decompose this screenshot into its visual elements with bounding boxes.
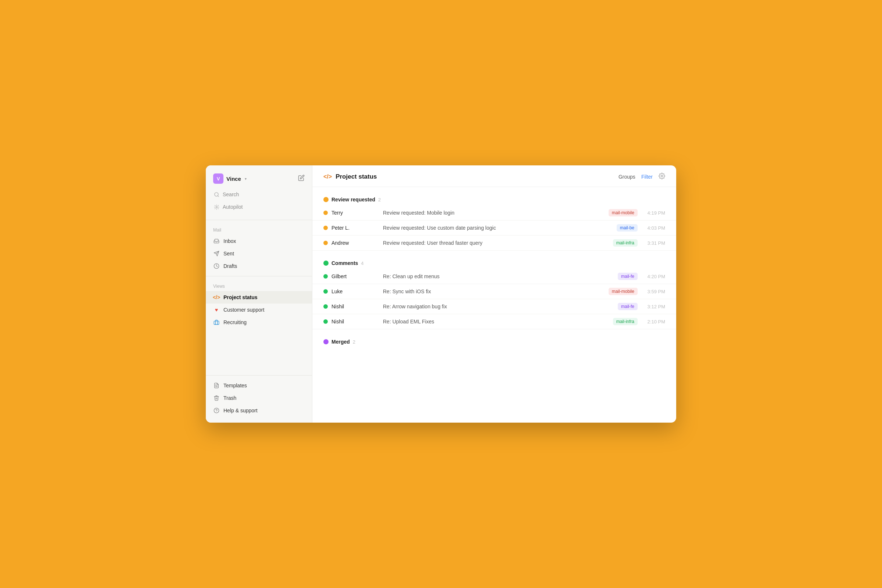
- email-subject: Re: Arrow navigation bug fix: [383, 303, 614, 309]
- email-subject: Review requested: User thread faster que…: [383, 240, 609, 246]
- email-row[interactable]: Nishil Re: Upload EML Fixes mail-infra 2…: [312, 314, 676, 329]
- sidebar-item-customer-support[interactable]: ♥ Customer support: [206, 303, 312, 316]
- autopilot-label: Autopilot: [223, 204, 243, 210]
- sidebar-header: V Vince ▾: [206, 165, 312, 189]
- email-row[interactable]: Nishil Re: Arrow navigation bug fix mail…: [312, 299, 676, 314]
- sidebar-item-help[interactable]: Help & support: [206, 404, 312, 417]
- sidebar: V Vince ▾ Search: [206, 165, 312, 423]
- email-dot: [323, 274, 328, 279]
- email-dot: [323, 320, 328, 324]
- email-sender: Terry: [332, 210, 379, 216]
- sidebar-item-drafts[interactable]: Drafts: [206, 260, 312, 272]
- email-subject: Re: Clean up edit menus: [383, 273, 614, 279]
- email-dot: [323, 241, 328, 245]
- group-header-merged: Merged 2: [312, 333, 676, 348]
- group-header-comments: Comments 4: [312, 254, 676, 269]
- email-tag: mail-mobile: [609, 288, 638, 295]
- svg-line-1: [218, 195, 219, 196]
- email-list: Review requested 2 Terry Review requeste…: [312, 187, 676, 423]
- divider3: [206, 375, 312, 376]
- code-icon: </>: [213, 294, 220, 301]
- trash-icon: [213, 395, 220, 401]
- sidebar-item-inbox[interactable]: Inbox: [206, 235, 312, 248]
- svg-point-11: [661, 175, 663, 177]
- email-sender: Peter L.: [332, 225, 379, 231]
- email-row[interactable]: Terry Review requested: Mobile login mai…: [312, 206, 676, 220]
- compose-button[interactable]: [298, 175, 304, 183]
- autopilot-button[interactable]: Autopilot: [206, 201, 312, 212]
- email-dot: [323, 211, 328, 215]
- email-tag: mail-fe: [618, 303, 638, 310]
- sent-label: Sent: [224, 250, 234, 256]
- groups-button[interactable]: Groups: [618, 174, 635, 180]
- user-menu[interactable]: V Vince ▾: [213, 174, 247, 184]
- sidebar-item-sent[interactable]: Sent: [206, 248, 312, 260]
- templates-icon: [213, 382, 220, 389]
- header-actions: Groups Filter: [618, 173, 665, 181]
- email-time: 3:31 PM: [641, 240, 665, 246]
- briefcase-icon: [213, 319, 220, 326]
- email-tag: mail-mobile: [609, 209, 638, 216]
- email-sender: Nishil: [332, 303, 379, 309]
- email-time: 2:10 PM: [641, 319, 665, 324]
- email-tag: mail-infra: [613, 318, 638, 325]
- email-tag: mail-infra: [613, 239, 638, 247]
- email-tag: mail-be: [616, 224, 638, 231]
- email-row[interactable]: Andrew Review requested: User thread fas…: [312, 236, 676, 250]
- group-count-review: 2: [378, 197, 381, 202]
- email-dot: [323, 289, 328, 294]
- user-name: Vince: [226, 176, 241, 182]
- main-title-icon: </>: [323, 174, 332, 180]
- group-header-review: Review requested 2: [312, 191, 676, 206]
- email-row[interactable]: Peter L. Review requested: Use custom da…: [312, 220, 676, 236]
- views-section-label: Views: [206, 280, 312, 291]
- email-subject: Review requested: Mobile login: [383, 210, 605, 216]
- email-sender: Luke: [332, 288, 379, 294]
- email-row[interactable]: Gilbert Re: Clean up edit menus mail-fe …: [312, 269, 676, 284]
- sidebar-item-trash[interactable]: Trash: [206, 392, 312, 404]
- group-dot-purple: [323, 339, 328, 344]
- divider2: [206, 276, 312, 276]
- main-title-area: </> Project status: [323, 173, 377, 180]
- svg-point-2: [216, 206, 217, 208]
- svg-rect-6: [214, 321, 219, 324]
- sidebar-item-recruiting[interactable]: Recruiting: [206, 316, 312, 328]
- main-content: </> Project status Groups Filter Review …: [312, 165, 676, 423]
- group-count-comments: 4: [361, 261, 363, 266]
- app-window: V Vince ▾ Search: [206, 165, 676, 423]
- email-sender: Gilbert: [332, 273, 379, 279]
- group-dot-yellow: [323, 197, 328, 202]
- avatar: V: [213, 174, 224, 184]
- project-status-label: Project status: [224, 294, 258, 300]
- main-header: </> Project status Groups Filter: [312, 165, 676, 187]
- help-label: Help & support: [224, 408, 258, 413]
- templates-label: Templates: [224, 382, 247, 388]
- email-subject: Re: Upload EML Fixes: [383, 319, 609, 324]
- search-icon: [213, 191, 220, 198]
- email-time: 4:19 PM: [641, 210, 665, 216]
- filter-button[interactable]: Filter: [641, 174, 652, 180]
- search-button[interactable]: Search: [206, 189, 312, 200]
- help-icon: [213, 407, 220, 414]
- email-dot: [323, 304, 328, 309]
- heart-icon: ♥: [213, 306, 220, 313]
- email-time: 3:59 PM: [641, 289, 665, 294]
- inbox-icon: [213, 238, 220, 244]
- email-time: 4:03 PM: [641, 225, 665, 231]
- email-subject: Review requested: Use custom date parsin…: [383, 225, 613, 231]
- email-sender: Andrew: [332, 240, 379, 246]
- email-time: 4:20 PM: [641, 274, 665, 279]
- email-row[interactable]: Luke Re: Sync with iOS fix mail-mobile 3…: [312, 284, 676, 299]
- autopilot-icon: [213, 204, 220, 210]
- group-count-merged: 2: [353, 339, 356, 345]
- sent-icon: [213, 250, 220, 257]
- page-title: Project status: [336, 173, 376, 180]
- divider: [206, 220, 312, 220]
- email-sender: Nishil: [332, 319, 379, 324]
- sidebar-item-project-status[interactable]: </> Project status: [206, 291, 312, 303]
- email-dot: [323, 226, 328, 230]
- group-title-review: Review requested: [332, 196, 375, 202]
- settings-icon[interactable]: [658, 173, 665, 181]
- email-tag: mail-fe: [618, 273, 638, 280]
- sidebar-item-templates[interactable]: Templates: [206, 379, 312, 392]
